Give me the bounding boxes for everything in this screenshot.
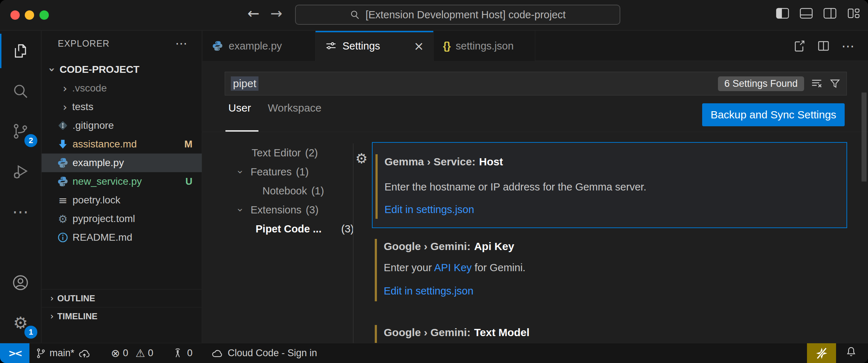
tree-item-pyproject-toml[interactable]: ⚙ pyproject.toml (42, 209, 202, 228)
chevron-right-icon: › (50, 293, 54, 303)
tree-root-code-project[interactable]: › CODE-PROJECT (42, 60, 202, 79)
open-settings-json-icon[interactable] (793, 39, 806, 52)
toc-features[interactable]: › Features (1) (225, 162, 354, 182)
chevron-down-icon: › (234, 205, 246, 216)
scope-tabs-divider (202, 132, 868, 132)
run-debug-icon (12, 163, 29, 180)
tree-item-new-service-py[interactable]: new_service.py U (42, 172, 202, 191)
customize-layout-icon[interactable] (847, 8, 860, 19)
toggle-panel-icon[interactable] (800, 8, 813, 19)
settings-editor: pipet 6 Settings Found User Workspace Ba… (202, 61, 868, 343)
modified-indicator (375, 239, 377, 301)
navigate-forward-button[interactable]: → (266, 5, 286, 22)
setting-entry-google-gemini-api-key[interactable]: Google › Gemini:Api Key Enter your API K… (372, 233, 847, 308)
git-file-icon (57, 119, 69, 132)
setting-description: Enter the hostname or IP address for the… (384, 181, 647, 193)
explorer-title: EXPLORER (58, 38, 109, 49)
activity-bar: 2 ⋯ ⚙ 1 (0, 31, 41, 343)
toc-notebook[interactable]: Notebook (1) (225, 182, 354, 201)
close-tab-icon[interactable]: × (414, 39, 424, 53)
activity-accounts[interactable] (0, 263, 41, 303)
tree-item-assistance-md[interactable]: assistance.md M (42, 135, 202, 154)
lock-file-icon: ≡ (57, 194, 69, 206)
filter-icon[interactable] (829, 78, 841, 89)
problems-status-item[interactable]: ⊗ 0 ⚠ 0 (111, 347, 153, 359)
titlebar: ← → [Extension Development Host] code-pr… (0, 0, 868, 30)
scope-tab-workspace[interactable]: Workspace (268, 102, 322, 114)
cloud-code-status-item[interactable]: Cloud Code - Sign in (211, 348, 317, 359)
settings-found-badge: 6 Settings Found (718, 76, 804, 91)
tree-item-tests[interactable]: › tests (42, 98, 202, 116)
ports-status-item[interactable]: 0 (172, 348, 192, 359)
notifications-item[interactable] (845, 346, 857, 360)
chevron-right-icon: › (60, 101, 70, 113)
outline-section-header[interactable]: › OUTLINE (42, 289, 202, 307)
tab-example-py[interactable]: example.py (202, 31, 316, 61)
activity-run-debug[interactable] (0, 151, 41, 192)
timeline-section-header[interactable]: › TIMELINE (42, 307, 202, 325)
activity-settings[interactable]: ⚙ 1 (0, 303, 41, 343)
status-bar: >< main* ⊗ 0 ⚠ 0 0 (0, 343, 868, 363)
explorer-more-actions-icon[interactable]: ⋯ (175, 36, 187, 51)
vscode-window: ← → [Extension Development Host] code-pr… (0, 0, 868, 363)
backup-sync-settings-button[interactable]: Backup and Sync Settings (702, 103, 845, 126)
explorer-header: EXPLORER ⋯ (42, 31, 202, 56)
activity-explorer[interactable] (0, 31, 41, 71)
edit-in-settings-json-link[interactable]: Edit in settings.json (384, 204, 474, 216)
settings-badge: 1 (24, 326, 37, 339)
settings-search-value: pipet (231, 76, 258, 91)
split-editor-icon[interactable] (817, 39, 830, 52)
clear-search-icon[interactable] (811, 77, 823, 90)
edit-in-settings-json-link[interactable]: Edit in settings.json (384, 285, 473, 297)
scope-tab-user[interactable]: User (228, 102, 251, 114)
cloud-icon (211, 348, 224, 358)
explorer-sidebar: EXPLORER ⋯ › CODE-PROJECT › .vscode › te… (42, 31, 202, 343)
close-window-button[interactable] (10, 10, 20, 20)
editor-more-actions-icon[interactable]: ⋯ (841, 39, 854, 53)
errors-icon: ⊗ (111, 347, 120, 359)
toc-extensions[interactable]: › Extensions (3) (225, 201, 354, 220)
activity-search[interactable] (0, 71, 41, 111)
tree-item-gitignore[interactable]: .gitignore (42, 116, 202, 135)
tree-item-vscode[interactable]: › .vscode (42, 79, 202, 98)
navigate-back-button[interactable]: ← (243, 5, 263, 22)
search-icon (12, 82, 29, 100)
chevron-right-icon: › (50, 311, 54, 321)
git-status-modified-badge: M (185, 139, 193, 150)
search-icon (350, 9, 360, 20)
account-icon (11, 274, 29, 292)
toggle-secondary-sidebar-icon[interactable] (823, 8, 836, 19)
tree-item-example-py[interactable]: example.py (42, 154, 202, 172)
tab-settings[interactable]: Settings × (316, 31, 434, 61)
toc-pipet-code[interactable]: Pipet Code ... (3) (225, 220, 354, 239)
toggle-primary-sidebar-icon[interactable] (776, 8, 789, 19)
command-center-search[interactable]: [Extension Development Host] code-projec… (295, 5, 620, 25)
settings-search-input[interactable]: pipet 6 Settings Found (225, 72, 847, 95)
setting-entry-google-gemini-text-model[interactable]: Google › Gemini:Text Model (372, 319, 847, 343)
activity-more[interactable]: ⋯ (0, 192, 41, 232)
active-scope-underline (225, 130, 258, 132)
zoom-window-button[interactable] (39, 10, 49, 20)
active-tab-indicator (316, 31, 433, 32)
tab-settings-json[interactable]: {} settings.json (434, 31, 535, 61)
tree-item-poetry-lock[interactable]: ≡ poetry.lock (42, 191, 202, 209)
setting-gear-icon[interactable]: ⚙ (355, 151, 368, 166)
tree-item-readme-md[interactable]: README.md (42, 228, 202, 247)
toc-text-editor[interactable]: Text Editor (2) (225, 143, 354, 162)
scrollbar[interactable] (862, 93, 867, 182)
branch-status-item[interactable]: main* (36, 348, 91, 359)
more-icon: ⋯ (12, 203, 29, 220)
editor-area: example.py Settings × {} settings.json (202, 31, 868, 343)
python-file-icon (57, 157, 69, 169)
scm-changes-badge: 2 (24, 134, 37, 147)
chevron-down-icon: › (234, 167, 246, 178)
remote-indicator[interactable]: >< (0, 343, 29, 363)
setting-entry-gemma-service-host[interactable]: Gemma › Service:Host Enter the hostname … (372, 142, 847, 228)
python-file-icon (57, 175, 69, 188)
chevron-right-icon: › (60, 82, 70, 95)
api-key-link[interactable]: API Key (434, 262, 472, 273)
minimize-window-button[interactable] (25, 10, 34, 20)
settings-toc: Text Editor (2) › Features (1) Notebook … (225, 143, 354, 239)
activity-source-control[interactable]: 2 (0, 111, 41, 151)
inline-suggestions-disabled-item[interactable] (807, 343, 836, 363)
